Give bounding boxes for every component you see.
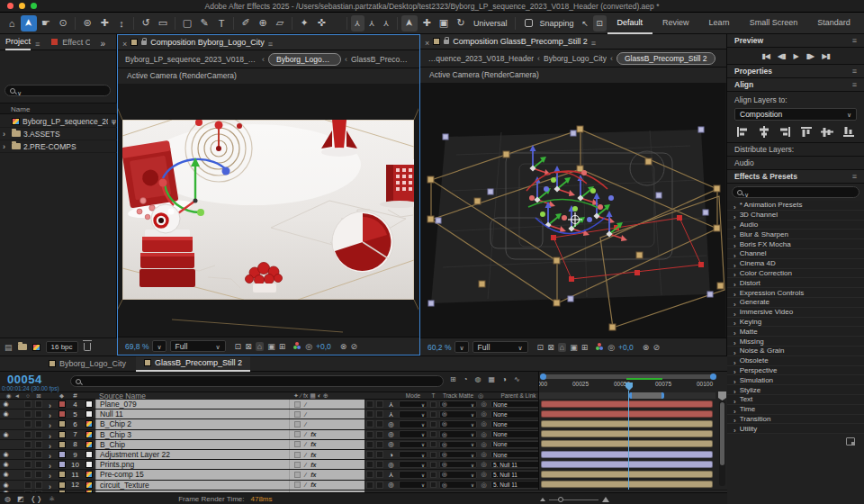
align-left-icon[interactable] xyxy=(736,126,749,138)
track-matte-dropdown[interactable]: ◎ xyxy=(438,481,478,490)
work-area-bar[interactable] xyxy=(629,392,664,399)
layer-lock-toggle[interactable] xyxy=(33,481,44,490)
gizmo-rotate-icon[interactable] xyxy=(453,15,469,32)
layer-switches[interactable]: fx xyxy=(289,450,364,459)
effects-category-row[interactable]: Obsolete xyxy=(727,356,864,366)
workspace-tab[interactable]: Learn xyxy=(699,13,740,34)
track-matte-dropdown[interactable]: ◎ xyxy=(438,410,478,418)
pen-tool-icon[interactable] xyxy=(196,15,212,32)
play-button[interactable]: ▶ xyxy=(793,52,797,60)
layer-source-name[interactable]: Prints.png xyxy=(95,460,289,469)
timeline-tab[interactable]: Byborg_Logo_City xyxy=(40,356,134,372)
breadcrumb-root[interactable]: Byborg_LP_sequence_2023_V018_Header xyxy=(125,55,258,64)
adjustment-switch[interactable] xyxy=(374,419,384,428)
layer-solo-toggle[interactable] xyxy=(22,430,33,439)
blend-mode-dropdown[interactable] xyxy=(398,440,428,449)
layer-twirl-icon[interactable] xyxy=(44,400,56,409)
track-matte-dropdown[interactable]: ◎ xyxy=(438,450,478,459)
layer-twirl-icon[interactable] xyxy=(44,481,56,490)
selection-tool-icon[interactable] xyxy=(21,15,37,32)
layer-solo-toggle[interactable] xyxy=(22,460,33,469)
preserve-transparency-toggle[interactable] xyxy=(428,430,438,439)
preserve-transparency-toggle[interactable] xyxy=(428,440,438,449)
audio-column-icon[interactable]: ◄ xyxy=(12,392,22,399)
layer-lock-toggle[interactable] xyxy=(33,430,44,439)
camera-wireframes-icon[interactable]: ⌂ xyxy=(256,342,264,351)
twirl-icon[interactable] xyxy=(734,201,736,213)
effects-category-row[interactable]: Keying xyxy=(727,318,864,328)
motion-blur-switch[interactable] xyxy=(364,460,374,469)
layer-duration-bar[interactable] xyxy=(541,410,713,418)
timeline-search-input[interactable] xyxy=(70,375,444,387)
layer-solo-toggle[interactable] xyxy=(22,450,33,459)
parent-pickwhip-icon[interactable] xyxy=(478,470,490,479)
layer-3d-switch[interactable] xyxy=(384,419,398,428)
layer-audio-toggle[interactable] xyxy=(12,419,22,428)
orbit-camera-tool-icon[interactable] xyxy=(79,15,95,32)
hand-tool-icon[interactable] xyxy=(38,15,54,32)
layer-visibility-toggle[interactable] xyxy=(0,440,12,449)
layer-bar-row[interactable] xyxy=(539,418,716,428)
number-column-header[interactable]: # xyxy=(68,392,83,400)
effects-category-row[interactable]: Utility xyxy=(727,424,864,434)
effects-presets-panel-header[interactable]: Effects & Presets xyxy=(727,170,864,184)
exposure-reset-icon[interactable]: ◎ xyxy=(608,343,615,352)
region-of-interest-icon[interactable]: ▣ xyxy=(267,342,275,351)
world-axis-mode-icon[interactable] xyxy=(365,15,379,32)
viewer-menu-icon[interactable] xyxy=(268,34,273,50)
blend-mode-dropdown[interactable] xyxy=(398,460,428,469)
layer-label-chip[interactable] xyxy=(56,470,68,479)
project-item[interactable]: 2.PRE-COMPS xyxy=(0,140,117,153)
layer-label-chip[interactable] xyxy=(56,400,68,409)
align-bottom-icon[interactable] xyxy=(842,126,855,138)
layer-label-chip[interactable] xyxy=(56,450,68,459)
brainstorm-icon[interactable]: ⚛ xyxy=(49,495,55,503)
track-matte-dropdown[interactable]: ◎ xyxy=(438,430,478,439)
graph-editor-icon[interactable]: ∿ xyxy=(514,375,520,383)
quality-switch-icon[interactable] xyxy=(305,421,306,428)
guides-icon[interactable]: ⊞ xyxy=(279,342,286,351)
preserve-transparency-toggle[interactable] xyxy=(428,410,438,418)
layer-switches[interactable]: fx xyxy=(289,410,364,418)
layer-solo-toggle[interactable] xyxy=(22,400,33,409)
timeline-vertical-scrollbar[interactable] xyxy=(719,400,725,486)
align-menu-icon[interactable] xyxy=(852,80,857,89)
layer-label-chip[interactable] xyxy=(56,419,68,428)
show-snapshot-icon[interactable]: ⊘ xyxy=(350,342,357,351)
workspace-tab[interactable]: Standard xyxy=(807,13,860,34)
preserve-transparency-toggle[interactable] xyxy=(428,470,438,479)
blend-mode-dropdown[interactable] xyxy=(398,430,428,439)
viewer-left-tab[interactable]: Composition Byborg_Logo_City xyxy=(118,35,419,50)
layer-twirl-icon[interactable] xyxy=(44,419,56,428)
effects-category-row[interactable]: Blur & Sharpen xyxy=(727,230,864,239)
layer-visibility-toggle[interactable] xyxy=(0,400,12,409)
snapshot-icon[interactable]: ⊗ xyxy=(340,342,347,351)
align-h-center-icon[interactable] xyxy=(758,126,770,138)
motion-blur-switch[interactable] xyxy=(364,410,374,418)
fx-badge[interactable]: fx xyxy=(310,441,316,447)
layer-label-chip[interactable] xyxy=(56,460,68,469)
transparency-toggle-icon[interactable]: ◩ xyxy=(17,495,24,503)
layer-label-chip[interactable] xyxy=(56,430,68,439)
layer-twirl-icon[interactable] xyxy=(44,410,56,418)
hide-shy-layers-icon[interactable]: ◍ xyxy=(475,375,482,383)
mask-visibility-icon[interactable]: ⊠ xyxy=(547,343,554,352)
layer-solo-toggle[interactable] xyxy=(22,440,33,449)
blend-mode-dropdown[interactable] xyxy=(398,450,428,459)
home-icon[interactable] xyxy=(4,15,20,32)
layer-visibility-toggle[interactable] xyxy=(0,481,12,490)
magnification-caret-button[interactable] xyxy=(152,340,166,352)
properties-panel-header[interactable]: Properties xyxy=(727,65,864,78)
resolution-dropdown[interactable]: Full xyxy=(170,340,226,352)
adjustment-switch[interactable] xyxy=(374,450,384,459)
layer-audio-toggle[interactable] xyxy=(12,460,22,469)
effects-category-row[interactable]: Immersive Video xyxy=(727,308,864,318)
fx-badge[interactable]: fx xyxy=(310,431,316,437)
magnification-value[interactable]: 69,8 % xyxy=(125,342,148,351)
lock-icon[interactable] xyxy=(444,40,449,44)
view-camera-selector[interactable]: Active Camera (RenderCamera) xyxy=(420,68,726,83)
parent-pickwhip-icon[interactable] xyxy=(478,450,490,459)
layer-duration-bar[interactable] xyxy=(541,420,713,428)
adjustment-switch[interactable] xyxy=(374,410,384,418)
layer-audio-toggle[interactable] xyxy=(12,400,22,409)
